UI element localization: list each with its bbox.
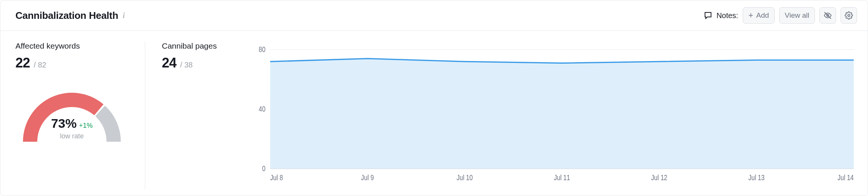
svg-text:Jul 12: Jul 12 xyxy=(651,174,667,182)
svg-text:Jul 8: Jul 8 xyxy=(270,174,283,182)
svg-text:Jul 11: Jul 11 xyxy=(554,174,570,182)
affected-keywords-total: / 82 xyxy=(34,61,46,69)
trend-chart: 04080Jul 8Jul 9Jul 10Jul 11Jul 12Jul 13J… xyxy=(250,41,857,189)
view-all-button[interactable]: View all xyxy=(779,7,815,24)
page-title: Cannibalization Health xyxy=(15,10,118,21)
cannibal-pages-total: / 38 xyxy=(180,61,193,69)
add-button-label: Add xyxy=(756,11,769,20)
title-wrap: Cannibalization Health i xyxy=(15,10,125,21)
cannibal-pages-label: Cannibal pages xyxy=(162,41,217,51)
view-all-label: View all xyxy=(785,11,809,20)
chart-column: 04080Jul 8Jul 9Jul 10Jul 11Jul 12Jul 13J… xyxy=(235,41,857,189)
affected-keywords-value-row: 22 / 82 xyxy=(15,55,128,71)
gear-icon xyxy=(845,11,853,20)
svg-text:40: 40 xyxy=(259,105,265,113)
gauge-percent: 73% xyxy=(51,116,77,131)
affected-keywords-block: Affected keywords 22 / 82 73%+1% low rat… xyxy=(15,41,145,189)
visibility-toggle-button[interactable] xyxy=(819,7,836,24)
affected-keywords-value: 22 xyxy=(15,55,30,71)
svg-text:Jul 14: Jul 14 xyxy=(838,174,854,182)
gauge-wrap: 73%+1% low rate xyxy=(15,81,128,145)
stats-column: Affected keywords 22 / 82 73%+1% low rat… xyxy=(15,41,235,189)
gauge-delta: +1% xyxy=(79,122,93,129)
gauge-center: 73%+1% low rate xyxy=(15,116,128,140)
notes-wrap: Notes: xyxy=(704,11,738,20)
cannibal-pages-block: Cannibal pages 24 / 38 xyxy=(145,41,235,189)
eye-off-icon xyxy=(824,11,832,20)
settings-button[interactable] xyxy=(841,7,857,24)
svg-text:80: 80 xyxy=(259,46,265,54)
plus-icon: + xyxy=(748,11,753,20)
svg-text:Jul 10: Jul 10 xyxy=(457,174,473,182)
card-body: Affected keywords 22 / 82 73%+1% low rat… xyxy=(0,31,868,195)
notes-icon xyxy=(704,11,713,20)
cannibalization-health-card: Cannibalization Health i Notes: + Add Vi… xyxy=(0,0,868,196)
chart-area: 04080Jul 8Jul 9Jul 10Jul 11Jul 12Jul 13J… xyxy=(250,41,857,189)
svg-text:Jul 9: Jul 9 xyxy=(361,174,374,182)
cannibal-pages-value-row: 24 / 38 xyxy=(162,55,217,71)
notes-label: Notes: xyxy=(716,11,738,20)
svg-text:0: 0 xyxy=(262,165,265,173)
info-icon[interactable]: i xyxy=(123,11,125,20)
gauge-sublabel: low rate xyxy=(15,132,128,140)
add-note-button[interactable]: + Add xyxy=(743,7,775,24)
card-header: Cannibalization Health i Notes: + Add Vi… xyxy=(0,0,868,31)
cannibal-pages-value: 24 xyxy=(162,55,177,71)
svg-point-2 xyxy=(848,14,850,17)
svg-text:Jul 13: Jul 13 xyxy=(748,174,764,182)
affected-keywords-label: Affected keywords xyxy=(15,41,128,51)
header-actions: Notes: + Add View all xyxy=(704,7,857,24)
